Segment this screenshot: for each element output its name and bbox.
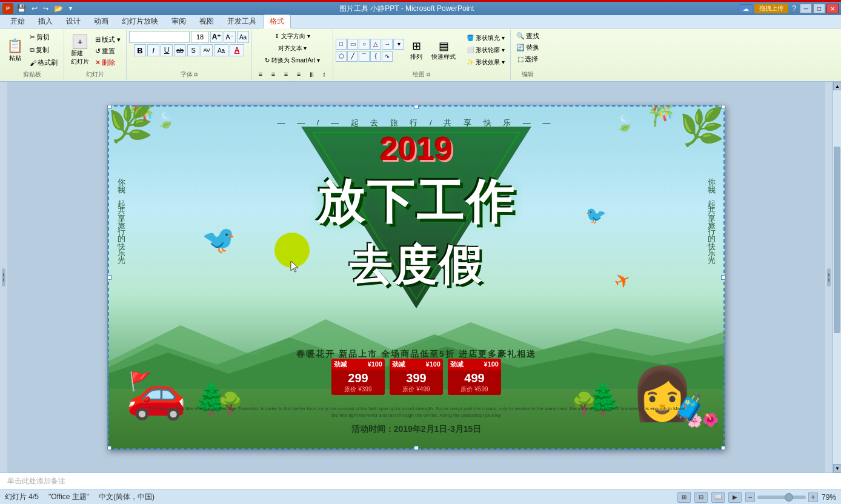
- delete-slide-btn[interactable]: ✕ 删除: [93, 58, 122, 68]
- minimize-btn[interactable]: ─: [800, 4, 812, 13]
- decrease-font-btn[interactable]: A⁻: [224, 31, 236, 43]
- slideshow-btn[interactable]: ▶: [728, 492, 742, 503]
- copy-btn[interactable]: ⧉ 复制: [27, 44, 60, 56]
- cloud-btn[interactable]: ☁: [739, 4, 753, 13]
- reset-slide-btn[interactable]: ↺ 重置: [93, 46, 122, 56]
- layout-btn[interactable]: ⊞ 版式 ▾: [93, 35, 122, 45]
- cut-btn[interactable]: ✂ 剪切: [27, 31, 60, 43]
- right-vertical-text: 你 我 一 起 共 享 旅 行 的 快 乐 光: [705, 172, 717, 252]
- format-painter-icon: 🖌: [30, 59, 36, 67]
- shape-outline-btn[interactable]: ⬜ 形状轮廓 ▾: [464, 45, 508, 56]
- select-icon: ⬚: [517, 55, 524, 63]
- col-layout-btn[interactable]: ⫼: [305, 68, 317, 79]
- more-shapes-btn[interactable]: ▾: [393, 39, 404, 50]
- increase-font-btn[interactable]: A⁺: [210, 31, 222, 43]
- select-btn[interactable]: ⬚ 选择: [516, 54, 540, 64]
- discount-price-1: 299: [333, 371, 384, 385]
- font-size-input[interactable]: [191, 31, 209, 43]
- justify-btn[interactable]: ≡: [293, 68, 305, 79]
- menu-arrow[interactable]: ▼: [67, 5, 75, 12]
- line-spacing-btn[interactable]: ↕: [318, 68, 330, 79]
- close-btn[interactable]: ✕: [826, 4, 839, 13]
- tab-insert[interactable]: 插入: [32, 15, 59, 28]
- convert-smartart-btn[interactable]: ↻ 转换为 SmartArt ▾: [262, 55, 322, 66]
- shape-effect-btn[interactable]: ✨ 形状效果 ▾: [464, 57, 508, 68]
- cut-label: 剪切: [36, 33, 50, 42]
- text-direction-btn[interactable]: ⇕ 文字方向 ▾: [272, 31, 313, 42]
- open-quick-btn[interactable]: 📂: [52, 4, 65, 13]
- zoom-plus-btn[interactable]: +: [808, 492, 818, 502]
- tab-slideshow[interactable]: 幻灯片放映: [115, 15, 165, 28]
- brace-btn[interactable]: {: [370, 51, 381, 62]
- save-quick-btn[interactable]: 💾: [15, 4, 28, 13]
- triangle-btn[interactable]: △: [370, 39, 381, 50]
- align-center-btn[interactable]: ≡: [267, 68, 279, 79]
- slide-sorter-btn[interactable]: ⊟: [694, 492, 708, 503]
- oval-btn[interactable]: ○: [359, 39, 370, 50]
- rect-shape-btn[interactable]: □: [336, 39, 347, 50]
- discount-box-2: 劲减 ¥100 399 原价 ¥499: [390, 359, 443, 395]
- zoom-minus-btn[interactable]: −: [745, 492, 755, 502]
- bold-btn[interactable]: B: [134, 44, 146, 56]
- format-painter-btn[interactable]: 🖌 格式刷: [27, 57, 60, 68]
- tab-animation[interactable]: 动画: [87, 15, 115, 28]
- zoom-thumb[interactable]: [785, 493, 793, 502]
- tab-format[interactable]: 格式: [263, 15, 291, 28]
- fine-print: The sparrow flew like one hundred villag…: [144, 405, 688, 419]
- strikethrough-btn[interactable]: ab: [174, 44, 186, 56]
- font-color-btn[interactable]: A: [230, 44, 244, 56]
- zoom-slider[interactable]: − +: [745, 492, 818, 502]
- delete-icon: ✕: [95, 59, 101, 67]
- scroll-up-btn[interactable]: ▲: [833, 82, 841, 90]
- line-btn[interactable]: ╱: [347, 51, 358, 62]
- reading-view-btn[interactable]: 📖: [711, 492, 725, 503]
- underline-btn[interactable]: U: [161, 44, 173, 56]
- tab-review[interactable]: 审阅: [165, 15, 193, 28]
- tab-view[interactable]: 视图: [193, 15, 221, 28]
- shape-fill-btn[interactable]: 🪣 形状填充 ▾: [464, 33, 508, 44]
- tab-home[interactable]: 开始: [4, 15, 32, 28]
- statusbar-right: ⊞ ⊟ 📖 ▶ − + 79%: [677, 492, 836, 503]
- right-edge-handle[interactable]: [825, 82, 833, 472]
- right-arrow-btn[interactable]: →: [382, 39, 393, 50]
- char-spacing-btn[interactable]: AV: [201, 44, 213, 56]
- scroll-thumb[interactable]: [834, 147, 840, 334]
- notes-area[interactable]: 单击此处添加备注: [0, 472, 841, 489]
- wave-btn[interactable]: ∿: [382, 51, 393, 62]
- new-slide-btn[interactable]: + 新建幻灯片: [68, 33, 92, 68]
- font-label: 字体 ⧉: [129, 69, 249, 79]
- scroll-thumb-area[interactable]: [833, 90, 841, 464]
- replace-btn[interactable]: 🔄 替换: [514, 42, 541, 53]
- case-btn[interactable]: Aa: [214, 44, 228, 56]
- slide[interactable]: 🌿 🎋 🌿 🎋 🍃 🍃 — — / — 起 去 旅 行 / 共 享 快 乐 — …: [107, 105, 725, 450]
- left-edge-handle[interactable]: [0, 82, 7, 472]
- help-btn[interactable]: ?: [789, 4, 799, 13]
- tab-design[interactable]: 设计: [59, 15, 87, 28]
- align-left-btn[interactable]: ≡: [254, 68, 267, 79]
- paste-btn[interactable]: 📋 粘贴: [4, 36, 26, 64]
- undo-quick-btn[interactable]: ↩: [30, 4, 39, 13]
- quick-styles-btn[interactable]: ▤ 快速样式: [428, 38, 459, 63]
- tab-developer[interactable]: 开发工具: [221, 15, 263, 28]
- replace-label: 替换: [526, 43, 539, 52]
- find-btn[interactable]: 🔍 查找: [514, 31, 541, 41]
- replace-icon: 🔄: [516, 44, 525, 51]
- clear-format-btn[interactable]: Aa: [237, 31, 249, 43]
- vertical-scrollbar[interactable]: ▲ ▼: [833, 82, 841, 472]
- normal-view-btn[interactable]: ⊞: [677, 492, 691, 503]
- scroll-down-btn[interactable]: ▼: [833, 464, 841, 472]
- align-text-btn[interactable]: 对齐文本 ▾: [276, 43, 310, 54]
- freeform-btn[interactable]: ⬠: [336, 51, 347, 62]
- rounded-rect-btn[interactable]: ▭: [347, 39, 358, 50]
- upload-btn[interactable]: 拖拽上传: [754, 4, 788, 13]
- connector-btn[interactable]: ⌒: [359, 51, 370, 62]
- font-name-input[interactable]: [129, 31, 190, 43]
- shadow-btn[interactable]: S: [187, 44, 199, 56]
- zoom-track[interactable]: [757, 496, 806, 499]
- align-right-btn[interactable]: ≡: [280, 68, 292, 79]
- italic-btn[interactable]: I: [147, 44, 159, 56]
- slides-label: 幻灯片: [68, 69, 122, 79]
- arrange-btn[interactable]: ⊞ 排列: [407, 38, 426, 63]
- maximize-btn[interactable]: □: [813, 4, 825, 13]
- redo-quick-btn[interactable]: ↪: [41, 4, 50, 13]
